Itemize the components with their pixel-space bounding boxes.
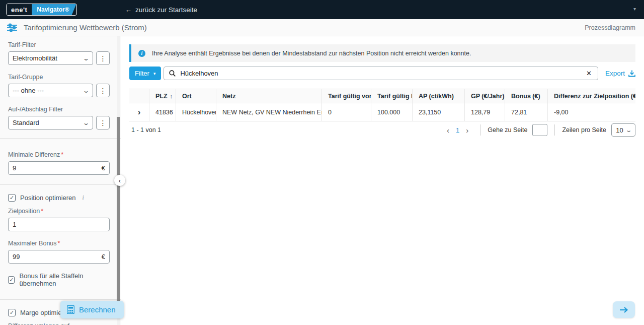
goto-page-input[interactable] [532,124,547,136]
tarif-gruppe-select[interactable]: --- ohne --- ⌄ [8,84,93,97]
required-mark: * [58,240,60,247]
info-banner-text: Ihre Analyse enthält Ergebnisse bei dene… [152,50,471,57]
maximaler-bonus-label: Maximaler Bonus* [8,240,110,247]
kebab-icon: ⋮ [100,54,107,62]
maximaler-bonus-input[interactable]: 99 € [8,250,110,264]
filter-button[interactable]: Filter ▾ [129,67,161,80]
enet-navigator-logo[interactable]: ene't Navigator® [6,4,77,16]
position-optimieren-checkbox-row[interactable]: ✓ Position optimieren i [8,194,110,202]
rows-per-page-value: 10 [616,126,623,134]
cell-plz: 41836 [149,103,176,121]
export-link[interactable]: Export [605,70,635,77]
download-icon [628,70,635,77]
position-optimieren-label: Position optimieren [20,194,76,202]
tarif-filter-menu-button[interactable]: ⋮ [96,51,110,65]
row-expand-cell[interactable]: › [129,103,149,121]
required-mark: * [61,151,63,158]
next-step-button[interactable] [613,301,635,318]
collapse-chevron-icon: ‹ [119,177,121,184]
logo-enet-label: ene't [7,4,32,15]
filter-toolbar: Filter ▾ Hückelhoven ✕ Export [129,67,635,80]
search-value: Hückelhoven [180,70,585,77]
logo-navigator-label: Navigator® [32,4,76,15]
berechnen-button[interactable]: Berechnen [60,301,124,318]
sidebar-scrollbar-thumb[interactable] [117,117,120,307]
zielposition-label: Zielposition* [8,208,110,215]
cell-bonus: 72,81 [505,103,548,121]
page-number-1[interactable]: 1 [454,126,461,134]
position-optimieren-checkbox[interactable]: ✓ [8,194,16,202]
arrow-right-icon [619,306,628,313]
cell-ort: Hückelhoven [176,103,216,121]
back-to-start-link[interactable]: ← zurück zur Startseite [125,6,198,14]
rows-per-page-select[interactable]: 10 ⌄ [611,123,635,137]
euro-suffix: € [102,164,105,172]
zielposition-input[interactable]: 1 [8,218,110,231]
cell-ap: 23,1150 [413,103,465,121]
check-icon: ✓ [10,194,14,201]
euro-suffix: € [102,253,105,261]
column-header-plz[interactable]: PLZ ↑ [149,89,176,103]
section-divider [0,138,121,139]
marge-optimieren-checkbox[interactable]: ✓ [8,309,16,316]
pagination-bar: 1 - 1 von 1 ‹ 1 › Gehe zu Seite Zeilen p… [129,121,635,139]
tarif-filter-select[interactable]: Elektromobilität ⌄ [8,51,93,65]
pagination-divider [480,124,480,136]
berechnen-label: Berechnen [79,305,116,314]
cell-netz: NEW Netz, GV NEW Niederrhein Energie [216,103,322,121]
chevron-right-icon: › [138,108,141,116]
caret-down-icon: ▾ [153,71,156,76]
auf-abschlag-select[interactable]: Standard ⌄ [8,116,93,129]
expand-column-header [129,89,149,103]
minimale-differenz-value: 9 [13,164,16,172]
filter-button-label: Filter [135,70,149,77]
tarif-gruppe-label: Tarif-Gruppe [8,74,110,81]
next-page-icon[interactable]: › [461,126,473,135]
table-header-row: PLZ ↑ Ort Netz Tarif gültig von Tarif gü… [129,89,635,103]
column-header-tarif-gueltig-bis[interactable]: Tarif gültig bis [371,89,413,103]
clear-search-icon[interactable]: ✕ [585,70,593,77]
bonus-staffeln-checkbox-row[interactable]: ✓ Bonus für alle Staffeln übernehmen [8,272,110,287]
process-diagram-link[interactable]: Prozessdiagramm [585,24,635,31]
search-icon [169,70,176,77]
sort-asc-icon: ↑ [170,93,173,99]
table-row[interactable]: › 41836 Hückelhoven NEW Netz, GV NEW Nie… [129,103,635,121]
minimale-differenz-label: Minimale Differenz* [8,151,110,158]
chevron-down-icon: ⌄ [625,127,632,134]
maximaler-bonus-value: 99 [13,253,20,261]
column-header-ort[interactable]: Ort [176,89,216,103]
search-input[interactable]: Hückelhoven ✕ [164,67,598,80]
column-header-bonus[interactable]: Bonus (€) [505,89,548,103]
differenz-umlegen-label: Differenz umlegen auf [8,322,110,325]
tarif-filter-label: Tarif-Filter [8,41,110,48]
info-icon[interactable]: i [83,194,84,202]
chevron-down-icon: ⌄ [83,87,90,94]
filter-sidebar: Tarif-Filter Elektromobilität ⌄ ⋮ Tarif-… [0,36,121,325]
bonus-staffeln-checkbox[interactable]: ✓ [8,276,15,284]
column-header-differenz[interactable]: Differenz zur Zielposition (€) [548,89,635,103]
column-header-tarif-gueltig-von[interactable]: Tarif gültig von [322,89,371,103]
column-header-ap[interactable]: AP (ct/kWh) [413,89,465,103]
topbar-menu-caret-icon[interactable]: ▾ [633,6,636,12]
section-divider [0,184,121,185]
minimale-differenz-input[interactable]: 9 € [8,161,110,175]
tarif-gruppe-value: --- ohne --- [13,87,44,94]
info-banner: i Ihre Analyse enthält Ergebnisse bei de… [129,44,635,62]
auf-abschlag-label: Auf-/Abschlag Filter [8,106,110,113]
tarif-filter-value: Elektromobilität [13,54,57,62]
sidebar-collapse-handle[interactable]: ‹ [114,175,125,186]
tarif-gruppe-menu-button[interactable]: ⋮ [96,84,110,97]
previous-page-icon[interactable]: ‹ [442,126,454,135]
cell-tarif-gueltig-von: 0 [322,103,371,121]
sliders-icon [7,23,17,32]
auf-abschlag-value: Standard [13,119,39,126]
page-title: Tarifoptimierung Wettbewerb (Strom) [24,23,147,32]
pagination-divider [554,124,555,136]
auf-abschlag-menu-button[interactable]: ⋮ [96,116,110,129]
chevron-down-icon: ⌄ [83,55,90,62]
cell-differenz: -9,00 [548,103,635,121]
info-circle-icon: i [138,50,145,57]
column-header-netz[interactable]: Netz [216,89,322,103]
cell-tarif-gueltig-bis: 100.000 [371,103,413,121]
column-header-gp[interactable]: GP (€/Jahr) [465,89,505,103]
